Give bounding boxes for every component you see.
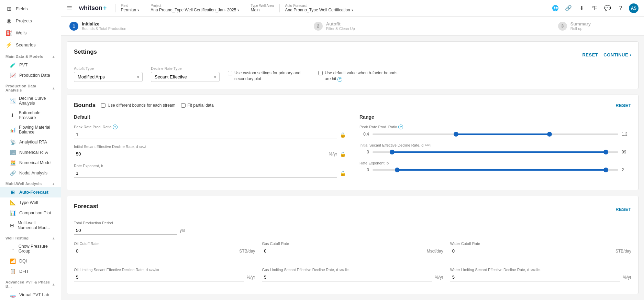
temperature-icon-btn[interactable]: °F [590, 3, 599, 13]
main-content: Settings RESET CONTINUE › Autofit Type M… [61, 36, 644, 300]
sidebar-item-dqi[interactable]: 📶 DQI [0, 256, 61, 266]
peak-rate-lock-icon[interactable]: 🔒 [340, 132, 346, 138]
init-decline-thumb-left[interactable] [390, 150, 395, 154]
init-decline-range-label: Initial Secant Effective Decline Rate, d… [359, 143, 631, 147]
sidebar-item-type-well[interactable]: 📐 Type Well [0, 197, 61, 208]
default-value-checkbox[interactable] [318, 71, 323, 75]
main-data-items: 🧪 PVT 📈 Production Data [0, 60, 61, 81]
settings-continue-btn[interactable]: CONTINUE › [603, 52, 631, 57]
custom-settings-checkbox[interactable] [228, 71, 232, 75]
total-prod-period-input[interactable] [74, 226, 177, 235]
settings-reset-btn[interactable]: RESET [582, 52, 598, 57]
sidebar-item-scenarios[interactable]: ⚡ Scenarios [0, 39, 61, 51]
sidebar-item-projects[interactable]: ◉ Projects [0, 15, 61, 27]
auto-forecast-selector[interactable]: Auto-Forecast Ana Proano_Type Well Certi… [285, 4, 353, 12]
user-avatar[interactable]: AS [629, 3, 639, 13]
sidebar-item-dca[interactable]: 📉 Decline Curve Analysis [0, 94, 61, 108]
field-selector[interactable]: Field Permian ▾ [121, 4, 140, 12]
step-3[interactable]: 3 Summary Roll-up [558, 21, 636, 31]
gas-cutoff-input[interactable] [262, 247, 424, 255]
forecast-reset-btn[interactable]: RESET [615, 207, 631, 212]
rate-exp-thumb-right[interactable] [603, 168, 608, 172]
peak-rate-fill [456, 133, 549, 135]
step-divider-1 [153, 26, 308, 26]
default-value-label[interactable]: Use default value when b-factor bounds a… [325, 70, 400, 82]
sidebar-item-wells[interactable]: ⛽ Wells [0, 27, 61, 39]
project-selector[interactable]: Project Ana Proano_Type Well Certificati… [151, 4, 239, 12]
autofit-type-select-wrapper: Modified Arps [74, 72, 143, 82]
diff-bounds-checkbox[interactable] [101, 103, 106, 108]
bounds-reset-btn[interactable]: RESET [615, 103, 631, 108]
init-decline-default-input[interactable] [74, 150, 326, 158]
init-decline-range-slider[interactable] [373, 149, 618, 156]
collapse-icon-main[interactable]: ▲ [52, 55, 55, 58]
water-cutoff-input[interactable] [450, 247, 613, 255]
rate-exp-range-max: 2 [622, 168, 631, 172]
rate-exp-default-input[interactable] [74, 169, 337, 178]
peak-rate-range-info-icon[interactable]: ? [398, 125, 403, 129]
download-icon-btn[interactable]: ⬇ [577, 3, 586, 13]
sidebar-item-analytical-rta[interactable]: 📡 Analytical RTA [0, 137, 61, 147]
sidebar-item-fields[interactable]: ⊞ Fields [0, 3, 61, 15]
step-2[interactable]: 2 Autofit Filter & Clean Up [314, 21, 391, 31]
sidebar-item-auto-forecast[interactable]: ⊞ Auto-Forecast [0, 187, 61, 197]
sidebar-item-nodal[interactable]: 🔗 Nodal Analysis [0, 168, 61, 178]
collapse-icon-pvt[interactable]: ▲ [52, 282, 55, 286]
link-icon-btn[interactable]: 🔗 [564, 3, 573, 13]
water-lim-input[interactable] [450, 273, 620, 281]
peak-rate-range-label: Peak Rate Prod. Ratio ? [359, 125, 631, 129]
diff-bounds-label[interactable]: Use different bounds for each stream [108, 103, 175, 108]
sidebar-item-production-data[interactable]: 📈 Production Data [0, 70, 61, 81]
sidebar-item-multiwell-numerical[interactable]: ⊟ Multi-well Numerical Mod... [0, 218, 61, 233]
init-decline-lock-icon[interactable]: 🔒 [340, 151, 346, 157]
oil-cutoff-input[interactable] [74, 247, 236, 255]
decline-rate-select[interactable]: Secant Effective [151, 72, 220, 82]
rate-exp-lock-icon[interactable]: 🔒 [340, 171, 346, 176]
sidebar: ⊞ Fields ◉ Projects ⛽ Wells ⚡ Scenarios … [0, 0, 61, 300]
oil-lim-input[interactable] [74, 273, 244, 281]
autofit-type-select[interactable]: Modified Arps [74, 72, 143, 82]
rate-exp-default-row: Rate Exponent, b 🔒 [74, 164, 346, 178]
section-well-testing: Well Testing ▲ [0, 233, 61, 242]
sidebar-item-virtual-pvt[interactable]: 🧫 Virtual PVT Lab [0, 290, 61, 300]
water-lim-unit: %/yr [623, 275, 631, 280]
gas-lim-input[interactable] [262, 273, 432, 281]
fit-partial-label[interactable]: Fit partial data [188, 103, 214, 108]
sidebar-item-comparison-plot[interactable]: 📊 Comparison Plot [0, 208, 61, 218]
sidebar-item-dfit[interactable]: 📋 DFIT [0, 266, 61, 277]
sidebar-item-numerical-model[interactable]: 🧮 Numerical Model [0, 158, 61, 168]
peak-rate-default-input[interactable] [74, 131, 337, 139]
hamburger-menu[interactable]: ☰ [67, 4, 72, 12]
help-icon-btn[interactable]: ? [616, 3, 625, 13]
peak-rate-range-slider[interactable] [373, 131, 618, 138]
default-value-checkbox-group: Use default value when b-factor bounds a… [318, 70, 400, 82]
oil-cutoff-label: Oil Cutoff Rate [74, 242, 255, 246]
step-3-title: Summary [570, 21, 591, 26]
rate-exp-thumb-left[interactable] [395, 168, 400, 172]
collapse-icon-multi[interactable]: ▲ [52, 182, 55, 186]
sidebar-item-chow[interactable]: ··· Chow Pressure Group [0, 242, 61, 256]
step-1[interactable]: 1 Initialize Bounds & Total Production [69, 21, 147, 31]
sidebar-item-fmb[interactable]: 📊 Flowing Material Balance [0, 122, 61, 137]
collapse-icon-prod[interactable]: ▲ [52, 86, 55, 90]
fit-partial-checkbox[interactable] [181, 103, 186, 108]
custom-settings-label[interactable]: Use custom settings for primary and seco… [234, 70, 310, 82]
wells-icon: ⛽ [5, 30, 12, 36]
sidebar-item-pvt[interactable]: 🧪 PVT [0, 60, 61, 70]
rate-exp-range-slider[interactable] [373, 167, 618, 173]
range-col-title: Range [359, 114, 631, 120]
globe-icon-btn[interactable]: 🌐 [551, 3, 560, 13]
sidebar-item-numerical-rta[interactable]: 🔢 Numerical RTA [0, 147, 61, 158]
init-decline-fill [392, 151, 606, 153]
peak-rate-info-icon[interactable]: ? [113, 125, 118, 129]
peak-rate-thumb-left[interactable] [454, 132, 458, 137]
section-multiwell: Multi-Well Analysis ▲ [0, 178, 61, 187]
collapse-icon-testing[interactable]: ▲ [52, 236, 55, 240]
chat-icon-btn[interactable]: 💬 [603, 3, 612, 13]
peak-rate-thumb-right[interactable] [547, 132, 552, 137]
sidebar-item-bottomhole[interactable]: ⬇ Bottomhole Pressure [0, 108, 61, 122]
type-well-area-selector[interactable]: Type Well Area Main [251, 4, 274, 12]
water-cutoff-row: Water Cutoff Rate STB/day [450, 242, 631, 255]
init-decline-thumb-right[interactable] [603, 150, 608, 154]
info-icon-b-factor[interactable]: ? [337, 77, 342, 82]
